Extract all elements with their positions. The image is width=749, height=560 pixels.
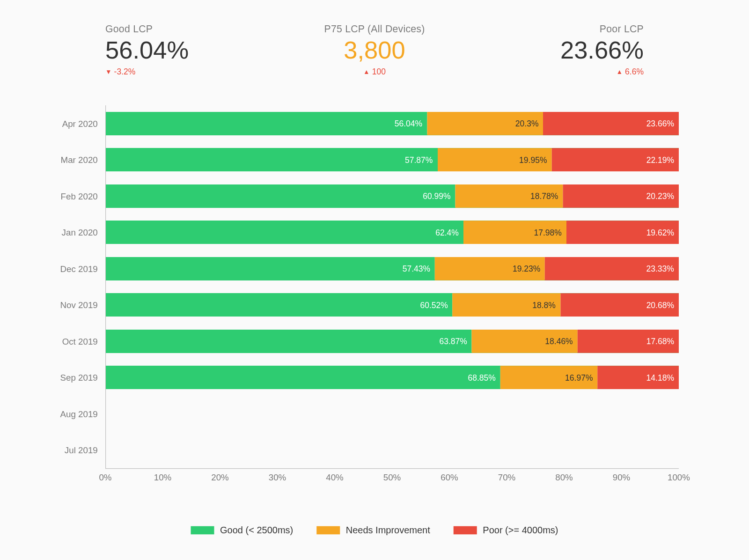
x-axis-tick: 10% [154,472,172,482]
legend-swatch-icon [191,526,214,535]
stacked-bar: 63.87%18.46%17.68% [106,330,679,353]
legend-item-needs: Needs Improvement [316,525,430,536]
bar-segment-needs: 19.23% [435,257,545,280]
stacked-bar: 57.87%19.95%22.19% [106,148,679,171]
x-axis-tick: 50% [383,472,401,482]
x-axis-tick: 40% [326,472,344,482]
chart-row: Oct 201963.87%18.46%17.68% [106,330,679,353]
bar-segment-needs: 18.78% [455,184,563,208]
kpi-value: 23.66% [527,37,644,63]
kpi-label: P75 LCP (All Devices) [316,23,433,35]
y-axis-label: Aug 2019 [60,409,97,419]
chart-row: Feb 202060.99%18.78%20.23% [106,184,679,208]
x-axis-tick: 60% [441,472,458,482]
bar-segment-needs: 18.8% [453,293,560,317]
y-axis-label: Oct 2019 [62,336,98,346]
stacked-bar: 68.85%16.97%14.18% [106,366,679,389]
chart-row: Nov 201960.52%18.8%20.68% [106,293,679,317]
bar-segment-good: 68.85% [106,366,500,389]
bar-segment-needs: 16.97% [500,366,598,389]
chart-row: Mar 202057.87%19.95%22.19% [106,148,679,171]
kpi-delta: ▲ 100 [363,67,386,76]
kpi-delta-value: -3.2% [114,67,136,76]
kpi-delta-value: 6.6% [625,67,644,76]
kpi-delta: ▼ -3.2% [105,67,135,76]
kpi-good-lcp: Good LCP 56.04% ▼ -3.2% [105,23,222,76]
bar-segment-good: 56.04% [106,112,427,135]
kpi-p75-lcp: P75 LCP (All Devices) 3,800 ▲ 100 [316,23,433,76]
chart-row: Jul 2019 [106,438,679,462]
kpi-delta-value: 100 [372,67,386,76]
bar-segment-poor: 19.62% [566,221,679,244]
x-axis-tick: 70% [498,472,516,482]
stacked-bar: 60.52%18.8%20.68% [106,293,679,317]
legend-item-good: Good (< 2500ms) [191,525,294,536]
x-axis-tick: 80% [555,472,573,482]
kpi-row: Good LCP 56.04% ▼ -3.2% P75 LCP (All Dev… [53,23,697,76]
y-axis-label: Feb 2020 [61,191,98,201]
bar-segment-good: 62.4% [106,221,463,244]
kpi-value: 56.04% [105,37,222,63]
y-axis-label: Mar 2020 [61,155,98,165]
bar-segment-needs: 20.3% [427,112,543,135]
y-axis-label: Dec 2019 [60,264,97,273]
bar-segment-poor: 20.68% [560,293,679,317]
chart-plot-area: Apr 202056.04%20.3%23.66%Mar 202057.87%1… [105,105,679,469]
x-axis: 0%10%20%30%40%50%60%70%80%90%100% [105,472,679,490]
chart-row: Dec 201957.43%19.23%23.33% [106,257,679,280]
lcp-distribution-chart: Apr 202056.04%20.3%23.66%Mar 202057.87%1… [105,105,679,490]
bar-segment-poor: 14.18% [597,366,679,389]
kpi-label: Good LCP [105,23,222,35]
stacked-bar: 57.43%19.23%23.33% [106,257,679,280]
bar-segment-good: 63.87% [106,330,472,353]
bar-segment-needs: 19.95% [437,148,551,171]
bar-segment-poor: 23.33% [545,257,678,280]
kpi-delta: ▲ 6.6% [616,67,644,76]
arrow-up-icon: ▲ [616,68,623,75]
x-axis-tick: 20% [211,472,229,482]
y-axis-label: Apr 2020 [62,118,98,128]
x-axis-tick: 30% [269,472,286,482]
bar-segment-poor: 20.23% [563,184,679,208]
kpi-label: Poor LCP [527,23,644,35]
y-axis-label: Jan 2020 [62,228,98,237]
bar-segment-poor: 23.66% [543,112,679,135]
x-axis-tick: 0% [99,472,111,482]
bar-segment-needs: 18.46% [472,330,578,353]
chart-row: Jan 202062.4%17.98%19.62% [106,221,679,244]
stacked-bar: 60.99%18.78%20.23% [106,184,679,208]
chart-row: Sep 201968.85%16.97%14.18% [106,366,679,389]
y-axis-label: Sep 2019 [60,373,97,383]
bar-segment-good: 57.43% [106,257,435,280]
y-axis-label: Nov 2019 [60,300,97,310]
chart-row: Aug 2019 [106,402,679,426]
legend-item-poor: Poor (>= 4000ms) [454,525,558,536]
legend-label: Good (< 2500ms) [220,525,293,536]
y-axis-label: Jul 2019 [65,445,98,455]
bar-segment-needs: 17.98% [463,221,566,244]
chart-legend: Good (< 2500ms) Needs Improvement Poor (… [53,525,697,536]
bar-segment-poor: 22.19% [551,148,679,171]
x-axis-tick: 90% [613,472,631,482]
legend-swatch-icon [454,526,477,535]
arrow-up-icon: ▲ [363,68,370,75]
arrow-down-icon: ▼ [105,68,112,75]
stacked-bar: 56.04%20.3%23.66% [106,112,679,135]
bar-segment-poor: 17.68% [578,330,679,353]
legend-label: Poor (>= 4000ms) [483,525,558,536]
kpi-value: 3,800 [316,37,433,63]
bar-segment-good: 60.52% [106,293,453,317]
legend-swatch-icon [316,526,340,535]
stacked-bar: 62.4%17.98%19.62% [106,221,679,244]
kpi-poor-lcp: Poor LCP 23.66% ▲ 6.6% [527,23,644,76]
legend-label: Needs Improvement [346,525,430,536]
x-axis-tick: 100% [668,472,690,482]
bar-segment-good: 60.99% [106,184,455,208]
chart-row: Apr 202056.04%20.3%23.66% [106,112,679,135]
bar-segment-good: 57.87% [106,148,437,171]
